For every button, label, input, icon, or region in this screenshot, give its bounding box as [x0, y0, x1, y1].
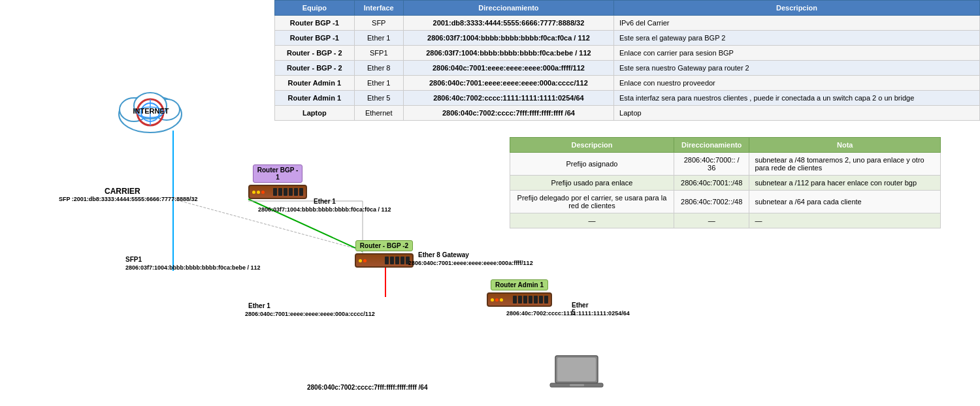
table2-row: Prefijo usado para enlace2806:40c:7001::…: [510, 176, 941, 191]
sfp1-addr: 2806:03f7:1004:bbbb:bbbb:bbbb:f0ca:bebe …: [125, 264, 261, 271]
ether1-admin-addr: 2806:040c:7001:eeee:eeee:eeee:000a:cccc/…: [245, 311, 375, 317]
table2: Descripcion Direccionamiento Nota Prefij…: [510, 137, 941, 228]
router-bgp2: Router - BGP -2: [355, 240, 414, 268]
table-cell: Enlace con carrier para sesion BGP: [614, 46, 980, 61]
table-cell: IPv6 del Carrier: [614, 16, 980, 31]
router-admin1-label: Router Admin 1: [491, 279, 548, 290]
table2-cell: 2806:40c:7001::/48: [674, 176, 749, 191]
table2-cell: 2806:40c:7000:: / 36: [674, 153, 749, 176]
network-diagram: INTERNET CARRIER SFP :2001:db8:3333:4444…: [0, 0, 510, 406]
svg-rect-18: [557, 358, 596, 381]
col-header-descripcion: Descripcion: [614, 1, 980, 16]
table-cell: Este sera nuestro Gateway para router 2: [614, 61, 980, 76]
table2-cell: Prefijo delegado por el carrier, se usar…: [510, 191, 674, 213]
router-bgp1-label: Router BGP -1: [253, 164, 303, 183]
svg-rect-20: [570, 384, 584, 386]
table2-cell: 2806:40c:7002::/48: [674, 191, 749, 213]
sfp1-label: SFP1: [125, 256, 142, 263]
col2-header-nota: Nota: [749, 138, 941, 153]
ether8-addr: 2806:040c:7001:eeee:eeee:eeee:000a:ffff/…: [408, 260, 533, 266]
table2-cell: Prefijo usado para enlace: [510, 176, 674, 191]
carrier-addr: SFP :2001:db8:3333:4444:5555:6666:7777:8…: [59, 196, 197, 202]
table2-cell: —: [674, 213, 749, 228]
laptop-addr: 2806:040c:7002:cccc:7fff:ffff:ffff:ffff …: [307, 384, 428, 391]
table2-row: Prefijo asignado2806:40c:7000:: / 36subn…: [510, 153, 941, 176]
carrier-label: CARRIER: [105, 187, 140, 196]
router-bgp2-label: Router - BGP -2: [355, 240, 413, 251]
table2-cell: Prefijo asignado: [510, 153, 674, 176]
ether1-bgp1-addr: 2806:03f7:1004:bbbb:bbbb:bbbb:f0ca:f0ca …: [258, 206, 391, 213]
ether5-addr: 2806:40c:7002:cccc:1111:1111:1111:0254/6…: [506, 310, 630, 317]
table-cell: Esta interfaz sera para nuestros cliente…: [614, 91, 980, 106]
col2-header-descripcion: Descripcion: [510, 138, 674, 153]
table-cell: Enlace con nuestro proveedor: [614, 76, 980, 91]
table2-cell: subnetear a /48 tomaremos 2, uno para en…: [749, 153, 941, 176]
router-bgp1: Router BGP -1: [248, 164, 307, 199]
internet-label: INTERNET: [128, 107, 174, 115]
table2-cell: subnetear a /64 para cada cliente: [749, 191, 941, 213]
ether8-label: Ether 8 Gateway: [418, 251, 469, 258]
col2-header-direccionamiento: Direccionamiento: [674, 138, 749, 153]
table2-row: ———: [510, 213, 941, 228]
table-cell: Laptop: [614, 106, 980, 121]
table2-cell: —: [749, 213, 941, 228]
table2-cell: subnetear a /112 para hacer enlace con r…: [749, 176, 941, 191]
ether1-bgp1-label: Ether 1: [314, 198, 336, 205]
table2-cell: —: [510, 213, 674, 228]
connections-svg: [0, 0, 510, 406]
table-cell: Este sera el gateway para BGP 2: [614, 31, 980, 46]
laptop-icon: [549, 352, 608, 399]
router-admin1: Router Admin 1: [487, 279, 552, 307]
table2-section: Descripcion Direccionamiento Nota Prefij…: [510, 137, 941, 228]
ether1-admin-label: Ether 1: [248, 302, 270, 309]
table2-row: Prefijo delegado por el carrier, se usar…: [510, 191, 941, 213]
